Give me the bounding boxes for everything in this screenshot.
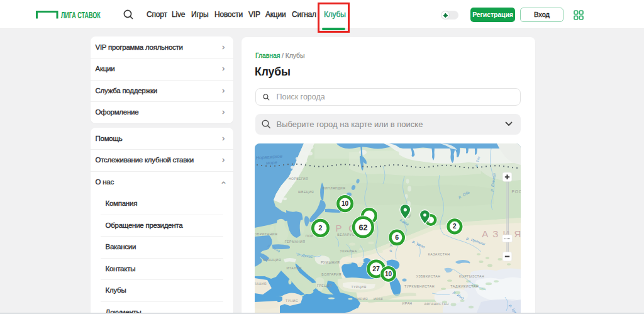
svg-text:ТУНИС: ТУНИС	[286, 299, 298, 303]
svg-text:КОБРИТАНИЯ: КОБРИТАНИЯ	[255, 233, 277, 237]
svg-text:ФРАНЦИЯ: ФРАНЦИЯ	[263, 258, 281, 262]
svg-text:А З И Я: А З И Я	[482, 228, 521, 239]
svg-text:ШВЕЦИЯ: ШВЕЦИЯ	[298, 190, 314, 194]
svg-text:27: 27	[373, 265, 380, 272]
svg-text:КАЗАХСТАН: КАЗАХСТАН	[428, 252, 450, 256]
svg-text:6: 6	[396, 233, 399, 241]
svg-text:ИРАН: ИРАН	[402, 301, 413, 305]
svg-text:62: 62	[359, 223, 368, 232]
svg-text:ГРЕЦИЯ: ГРЕЦИЯ	[317, 284, 332, 288]
svg-text:ЛИГА СТАВОК: ЛИГА СТАВОК	[61, 11, 101, 20]
svg-text:ТУРЦИЯ: ТУРЦИЯ	[352, 285, 367, 289]
svg-text:ИРАК: ИРАК	[374, 297, 383, 301]
svg-text:10: 10	[341, 201, 349, 208]
svg-text:море: море	[266, 160, 277, 166]
svg-text:АФГАНИСТАН: АФГАНИСТАН	[425, 302, 449, 306]
svg-text:РУМЫНИЯ: РУМЫНИЯ	[321, 261, 340, 264]
svg-text:ТУРКМЕНИСТАН: ТУРКМЕНИСТАН	[404, 284, 435, 288]
svg-text:УКРАИНА: УКРАИНА	[340, 249, 357, 253]
svg-text:ГЕРМАНИЯ: ГЕРМАНИЯ	[285, 240, 306, 244]
svg-text:НОРВЕГИЯ: НОРВЕГИЯ	[289, 177, 308, 181]
svg-text:10: 10	[385, 271, 392, 278]
svg-text:УЗБЕКИСТАН: УЗБЕКИСТАН	[416, 274, 441, 278]
svg-text:ФИНЛЯНДИЯ: ФИНЛЯНДИЯ	[323, 186, 346, 190]
svg-text:2: 2	[453, 223, 457, 230]
svg-text:БОЛГАРИЯ: БОЛГАРИЯ	[322, 272, 342, 276]
svg-text:2: 2	[319, 225, 323, 232]
svg-text:ТАДЖИКИСТАН: ТАДЖИКИСТАН	[451, 284, 479, 288]
svg-text:СИРИЯ: СИРИЯ	[355, 297, 369, 301]
svg-text:ИТАЛИЯ: ИТАЛИЯ	[287, 266, 302, 270]
svg-text:ПОЛ: ПОЛ	[306, 234, 314, 238]
svg-text:РОС: РОС	[512, 189, 521, 194]
svg-text:ПАНИЯ: ПАНИЯ	[255, 282, 267, 286]
svg-text:КЫРГЫЗСТАН: КЫРГЫЗСТАН	[459, 274, 484, 278]
